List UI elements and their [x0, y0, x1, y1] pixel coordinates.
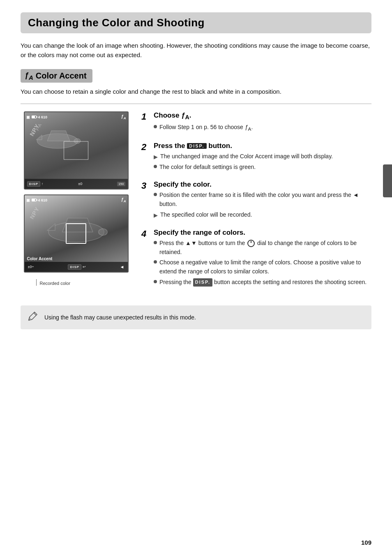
step-2-bullet-1: ▶ The unchanged image and the Color Acce… [154, 152, 371, 161]
note-text: Using the flash may cause unexpected res… [44, 313, 196, 322]
step-4-bullet-3-text: Pressing the DISP. button accepts the se… [159, 278, 367, 287]
step-3: 3 Specify the color. Position the center… [141, 180, 371, 221]
bullet-dot-1-1 [154, 125, 157, 128]
step-3-bullet-1-text: Position the center frame so it is fille… [159, 191, 371, 208]
disp-label-bottom: DISP [68, 264, 81, 270]
hud-fa-icon: ƒA [121, 114, 126, 120]
pencil-icon [27, 310, 39, 324]
annotation-vert-line [36, 279, 37, 286]
step-1-number: 1 [141, 111, 150, 122]
title-bar: Changing the Color and Shooting [21, 12, 371, 33]
step-3-number: 3 [141, 180, 150, 191]
camera-scene-bottom: ▣ 4 610 ƒA NPY [25, 195, 128, 272]
dial-icon [247, 240, 255, 247]
step-1-bullet-1-text: Follow Step 1 on p. 56 to choose ƒA. [159, 123, 253, 133]
camera-bottom-bar-top: DISP ↑ ±0 150 [25, 179, 128, 189]
recorded-color-section: Recorded color [24, 278, 129, 286]
bullet-dot-4-2 [154, 260, 157, 264]
disp-inline-step2: DISP. [187, 143, 206, 149]
disp-inline-step4: DISP. [193, 278, 212, 286]
page-title: Changing the Color and Shooting [28, 16, 364, 29]
step-2-number: 2 [141, 142, 150, 153]
color-accent-icon: ƒA [25, 71, 33, 81]
svg-marker-1 [47, 131, 70, 141]
bullet-dot-3-1 [154, 193, 157, 196]
step-3-title: Specify the color. [154, 180, 371, 189]
recorded-color-annotation: Recorded color [36, 279, 141, 286]
left-column: ▣ 4 610 ƒA NPY F-A [21, 111, 131, 286]
content-divider [21, 104, 371, 104]
bullet-dot-4-3 [154, 280, 157, 283]
svg-marker-2 [36, 135, 42, 140]
step-4: 4 Specify the range of colors. Press the… [141, 229, 371, 288]
bullet-dot-2-2 [154, 165, 157, 168]
camera-scene-top: ▣ 4 610 ƒA NPY F-A [25, 112, 128, 189]
bullet-dot-4-1 [154, 241, 157, 244]
range-value: ±0÷ [28, 265, 34, 269]
step-1-content: Choose ƒA. Follow Step 1 on p. 56 to cho… [154, 111, 371, 134]
iso-label: 150 [117, 182, 125, 186]
color-accent-screen-label: Color Accent [27, 257, 53, 261]
camera-screen-bottom: ▣ 4 610 ƒA NPY [24, 194, 129, 273]
step-4-bullet-1-text: Press the ▲▼ buttons or turn the dial to… [159, 239, 371, 257]
back-arrow: ↩ [83, 265, 86, 269]
right-tab [383, 164, 392, 197]
disp-button-top: DISP ↑ [27, 182, 44, 186]
arrow-icon-3-2: ▶ [154, 211, 158, 220]
step-2: 2 Press the DISP. button. ▶ The unchange… [141, 142, 371, 173]
step-4-bullet-1: Press the ▲▼ buttons or turn the dial to… [154, 239, 371, 257]
step-2-bullet-1-text: The unchanged image and the Color Accent… [160, 152, 333, 161]
step-3-content: Specify the color. Position the center f… [154, 180, 371, 221]
step-4-title: Specify the range of colors. [154, 229, 371, 237]
intro-text: You can change the look of an image when… [21, 41, 371, 60]
page-number: 109 [361, 539, 371, 546]
camera-controls-bottom: ±0÷ DISP ↩ ◄ [25, 262, 128, 272]
section-desc: You can choose to retain a single color … [21, 87, 371, 96]
step-2-bullet-2-text: The color for default settings is green. [159, 163, 256, 172]
section-heading: ƒA Color Accent [21, 69, 371, 83]
page: Changing the Color and Shooting You can … [0, 0, 392, 555]
svg-point-7 [98, 229, 107, 236]
recorded-color-label: Recorded color [40, 281, 71, 286]
step-4-body: Press the ▲▼ buttons or turn the dial to… [154, 239, 371, 287]
step-1-bullet-1: Follow Step 1 on p. 56 to choose ƒA. [154, 123, 371, 133]
section-heading-bar: ƒA Color Accent [21, 69, 92, 83]
disp-control: DISP ↩ [68, 265, 85, 269]
camera-focus-box-top [64, 141, 88, 160]
arrow-icon-2-1: ▶ [154, 153, 158, 161]
pencil-svg [27, 310, 39, 322]
step-4-bullet-2: Choose a negative value to limit the ran… [154, 258, 371, 276]
step-1-body: Follow Step 1 on p. 56 to choose ƒA. [154, 123, 371, 133]
step-4-bullet-2-text: Choose a negative value to limit the ran… [159, 258, 371, 276]
svg-point-8 [29, 319, 30, 321]
exposure-value: ±0 [78, 182, 82, 186]
step-3-bullet-2: ▶ The specified color will be recorded. [154, 210, 371, 220]
step-1-title: Choose ƒA. [154, 111, 371, 120]
disp-arrow: ↑ [42, 182, 44, 186]
svg-marker-6 [47, 224, 55, 230]
camera-screen-top: ▣ 4 610 ƒA NPY F-A [24, 111, 129, 190]
disp-label-top: DISP [27, 181, 41, 187]
step-3-bullet-2-text: The specified color will be recorded. [160, 210, 252, 220]
step-2-content: Press the DISP. button. ▶ The unchanged … [154, 142, 371, 173]
step-4-bullet-3: Pressing the DISP. button accepts the se… [154, 278, 371, 287]
step-4-number: 4 [141, 229, 150, 239]
step-1: 1 Choose ƒA. Follow Step 1 on p. 56 to c… [141, 111, 371, 134]
left-arrow-control: ◄ [120, 264, 125, 269]
step-4-content: Specify the range of colors. Press the ▲… [154, 229, 371, 288]
note-box: Using the flash may cause unexpected res… [21, 305, 371, 329]
step-3-bullet-1: Position the center frame so it is fille… [154, 191, 371, 208]
section-title: Color Accent [36, 71, 87, 81]
camera-focus-box-bottom [66, 223, 86, 244]
annotation-line [36, 279, 37, 286]
right-column: 1 Choose ƒA. Follow Step 1 on p. 56 to c… [141, 111, 371, 296]
step-2-title: Press the DISP. button. [154, 142, 371, 150]
step-2-body: ▶ The unchanged image and the Color Acce… [154, 152, 371, 172]
step-3-body: Position the center frame so it is fille… [154, 191, 371, 220]
content-area: ▣ 4 610 ƒA NPY F-A [21, 111, 371, 296]
annotation-label: Recorded color [40, 279, 71, 286]
range-indicator: ±0÷ [28, 265, 34, 269]
hud-right: ƒA [121, 114, 126, 120]
step-2-bullet-2: The color for default settings is green. [154, 163, 371, 172]
